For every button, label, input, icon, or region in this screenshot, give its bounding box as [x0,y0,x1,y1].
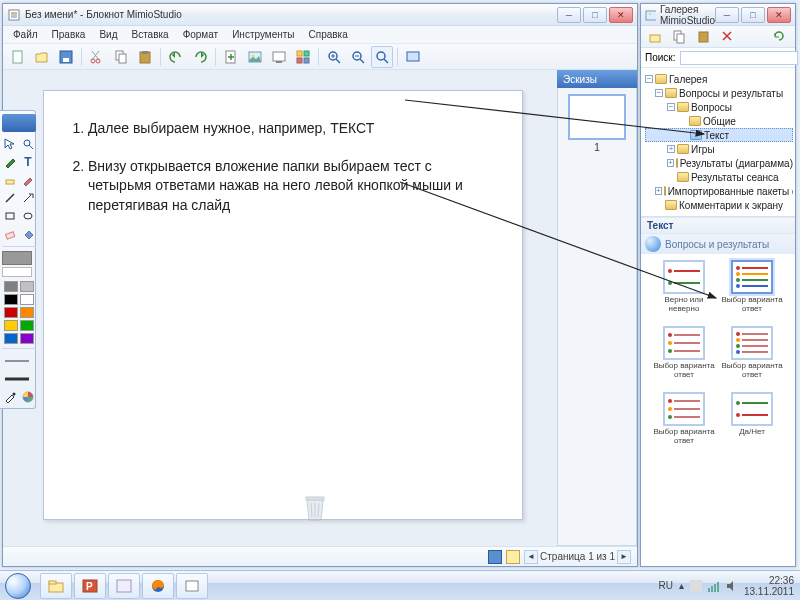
menu-tools[interactable]: Инструменты [226,28,300,41]
swatch-red[interactable] [4,307,18,318]
undo-icon[interactable] [165,46,187,68]
swatch-orange[interactable] [20,307,34,318]
tree-results-diagram[interactable]: +Результаты (диаграмма) [645,156,793,170]
tray-up-icon[interactable]: ▴ [679,580,684,591]
color-white-swatch[interactable] [2,267,32,277]
gallery-copy-icon[interactable] [669,26,691,48]
menu-format[interactable]: Формат [177,28,225,41]
gallery-tree[interactable]: −Галерея −Вопросы и результаты −Вопросы … [641,68,795,217]
cut-icon[interactable] [86,46,108,68]
swatch-green[interactable] [20,320,34,331]
gallery-category-banner[interactable]: Вопросы и результаты [641,234,795,254]
select-tool-icon[interactable] [2,136,18,152]
brush-tool-icon[interactable] [20,172,36,188]
highlighter-icon[interactable] [2,172,18,188]
menu-help[interactable]: Справка [303,28,354,41]
gallery-maximize-button[interactable]: □ [741,7,765,23]
thumbnails-body[interactable]: 1 [557,88,637,546]
zoom-in-icon[interactable] [323,46,345,68]
copy-icon[interactable] [110,46,132,68]
zoom-fit-icon[interactable] [371,46,393,68]
template-item[interactable]: Выбор варианта ответ [721,260,783,322]
pen-tool-icon[interactable] [2,154,18,170]
rect-tool-icon[interactable] [2,208,18,224]
tree-root[interactable]: −Галерея [645,72,793,86]
maximize-button[interactable]: □ [583,7,607,23]
template-item[interactable]: Выбор варианта ответ [653,326,715,388]
more-colors-icon[interactable] [20,389,36,405]
menu-edit[interactable]: Правка [46,28,92,41]
swatch-gray[interactable] [4,281,18,292]
tree-imported[interactable]: +Импортированные пакеты содержимого [645,184,793,198]
clock[interactable]: 22:36 13.11.2011 [744,575,794,597]
gallery-home-icon[interactable] [645,26,667,48]
redo-icon[interactable] [189,46,211,68]
template-item[interactable]: Да/Нет [721,392,783,454]
screen-clip-icon[interactable] [268,46,290,68]
task-explorer[interactable] [40,573,72,599]
swatch-silver[interactable] [20,281,34,292]
toolbox-header[interactable] [2,114,36,132]
gallery-minimize-button[interactable]: ─ [715,7,739,23]
save-icon[interactable] [55,46,77,68]
gallery-refresh-icon[interactable] [769,26,791,48]
tray-flag-icon[interactable] [690,580,702,592]
tree-text[interactable]: Текст [645,128,793,142]
templates-icon[interactable] [292,46,314,68]
fullscreen-icon[interactable] [402,46,424,68]
eraser-tool-icon[interactable] [2,226,18,242]
insert-image-icon[interactable] [244,46,266,68]
system-tray[interactable]: RU ▴ 22:36 13.11.2011 [652,575,800,597]
paste-icon[interactable] [134,46,156,68]
start-button[interactable] [0,571,36,601]
tree-screen-comments[interactable]: Комментарии к экрану [645,198,793,212]
tray-network-icon[interactable] [708,580,720,592]
task-app[interactable] [108,573,140,599]
slide-page[interactable]: Далее выбираем нужное, например, ТЕКСТ В… [43,90,523,520]
tree-games[interactable]: +Игры [645,142,793,156]
templates-grid[interactable]: Верно или неверно Выбор варианта ответ В… [641,254,795,566]
swatch-purple[interactable] [20,333,34,344]
swatch-black[interactable] [4,294,18,305]
tree-questions[interactable]: −Вопросы [645,100,793,114]
ellipse-tool-icon[interactable] [20,208,36,224]
insert-file-icon[interactable] [220,46,242,68]
stroke-thin-icon[interactable] [2,353,32,369]
color-gray-swatch[interactable] [2,251,32,265]
toolbox[interactable]: T [0,110,36,409]
task-mimio[interactable] [176,573,208,599]
arrow-tool-icon[interactable] [20,190,36,206]
trash-icon[interactable] [303,494,327,522]
swatch-yellow[interactable] [4,320,18,331]
search-input[interactable] [680,51,798,65]
gallery-paste-icon[interactable] [693,26,715,48]
menu-file[interactable]: Файл [7,28,44,41]
notepad-titlebar[interactable]: Без имени* - Блокнот MimioStudio ─ □ ✕ [3,4,637,26]
tree-questions-results[interactable]: −Вопросы и результаты [645,86,793,100]
menu-view[interactable]: Вид [93,28,123,41]
new-file-icon[interactable] [7,46,29,68]
lang-indicator[interactable]: RU [658,580,672,591]
canvas-area[interactable]: Далее выбираем нужное, например, ТЕКСТ В… [3,70,557,546]
menu-insert[interactable]: Вставка [125,28,174,41]
text-tool-icon[interactable]: T [20,154,36,170]
task-powerpoint[interactable]: P [74,573,106,599]
taskbar[interactable]: P RU ▴ 22:36 13.11.2011 [0,570,800,600]
zoom-tool-icon[interactable] [20,136,36,152]
open-icon[interactable] [31,46,53,68]
gallery-titlebar[interactable]: Галерея MimioStudio ─ □ ✕ [641,4,795,26]
page-next-icon[interactable]: ► [617,550,631,564]
tree-results-session[interactable]: Результаты сеанса [645,170,793,184]
picker-tool-icon[interactable] [2,389,18,405]
tree-common[interactable]: Общие [645,114,793,128]
line-tool-icon[interactable] [2,190,18,206]
gallery-delete-icon[interactable] [717,26,739,48]
page-prev-icon[interactable]: ◄ [524,550,538,564]
fill-tool-icon[interactable] [20,226,36,242]
close-button[interactable]: ✕ [609,7,633,23]
template-item[interactable]: Выбор варианта ответ [721,326,783,388]
template-item[interactable]: Выбор варианта ответ [653,392,715,454]
slide-thumbnail[interactable] [568,94,626,140]
swatch-blue[interactable] [4,333,18,344]
minimize-button[interactable]: ─ [557,7,581,23]
